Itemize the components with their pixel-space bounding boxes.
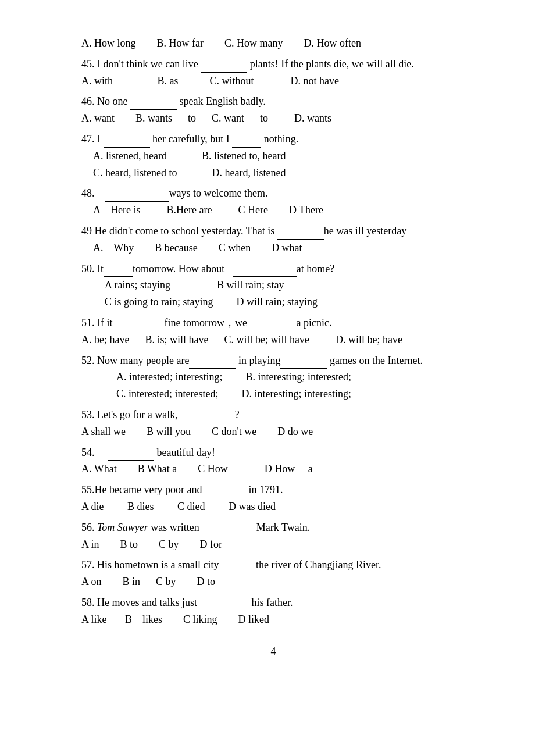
q51-text: 51. If it fine tomorrow，we a picnic. — [81, 314, 465, 331]
q57-options: A on B in C by D to — [81, 573, 465, 590]
q54-text: 54. beautiful day! — [81, 444, 465, 461]
q47-options: A. listened, heard B. listened to, heard — [81, 148, 465, 165]
q49-text: 49 He didn't come to school yesterday. T… — [81, 222, 465, 240]
q53-text: 53. Let's go for a walk, ? — [81, 406, 465, 423]
q48-text: 48. ways to welcome them. — [81, 184, 465, 202]
question-56: 56. Tom Sawyer was written Mark Twain. A… — [81, 519, 465, 553]
question-45: 45. I don't think we can live plants! If… — [81, 55, 465, 90]
q58-text: 58. He moves and talks just his father. — [81, 594, 465, 611]
q58-options: A like B likes C liking D liked — [81, 611, 465, 628]
question-54: 54. beautiful day! A. What B What a C Ho… — [81, 444, 465, 478]
top-options-line: A. How long B. How far C. How many D. Ho… — [81, 35, 465, 52]
q46-options: A. want B. wants to C. want to D. wants — [81, 110, 465, 127]
question-49: 49 He didn't come to school yesterday. T… — [81, 222, 465, 256]
q51-options: A. be; have B. is; will have C. will be;… — [81, 331, 465, 348]
q50-options-ab: A rains; staying B will rain; stay — [81, 277, 465, 294]
question-51: 51. If it fine tomorrow，we a picnic. A. … — [81, 314, 465, 348]
question-58: 58. He moves and talks just his father. … — [81, 594, 465, 628]
question-46: 46. No one speak English badly. A. want … — [81, 92, 465, 127]
q56-text: 56. Tom Sawyer was written Mark Twain. — [81, 519, 465, 536]
q47-options-cd: C. heard, listened to D. heard, listened — [81, 165, 465, 181]
q50-options-cd: C is going to rain; staying D will rain;… — [81, 294, 465, 311]
q52-options-cd: C. interested; interested; D. interestin… — [81, 386, 465, 402]
q45-options: A. with B. as C. without D. not have — [81, 73, 465, 90]
q52-text: 52. Now many people are in playing games… — [81, 352, 465, 369]
q53-options: A shall we B will you C don't we D do we — [81, 423, 465, 440]
q57-text: 57. His hometown is a small city the riv… — [81, 556, 465, 573]
question-53: 53. Let's go for a walk, ? A shall we B … — [81, 406, 465, 440]
question-52: 52. Now many people are in playing games… — [81, 352, 465, 402]
q56-options: A in B to C by D for — [81, 536, 465, 553]
q54-options: A. What B What a C How D How a — [81, 461, 465, 477]
q45-text: 45. I don't think we can live plants! If… — [81, 55, 465, 73]
q55-text: 55.He became very poor and in 1791. — [81, 481, 465, 498]
q52-options-ab: A. interested; interesting; B. interesti… — [81, 369, 465, 386]
q46-text: 46. No one speak English badly. — [81, 92, 465, 110]
exam-content: A. How long B. How far C. How many D. Ho… — [81, 35, 465, 658]
q55-options: A die B dies C died D was died — [81, 498, 465, 515]
q49-options: A. Why B because C when D what — [81, 240, 465, 256]
question-48: 48. ways to welcome them. A Here is B.He… — [81, 184, 465, 219]
q50-text: 50. It tomorrow. How about at home? — [81, 260, 465, 277]
question-47: 47. I her carefully, but I nothing. A. l… — [81, 130, 465, 181]
question-55: 55.He became very poor and in 1791. A di… — [81, 481, 465, 515]
q47-text: 47. I her carefully, but I nothing. — [81, 130, 465, 148]
q48-options: A Here is B.Here are C Here D There — [81, 202, 465, 219]
question-50: 50. It tomorrow. How about at home? A ra… — [81, 260, 465, 311]
page-number: 4 — [81, 646, 465, 658]
question-57: 57. His hometown is a small city the riv… — [81, 556, 465, 590]
